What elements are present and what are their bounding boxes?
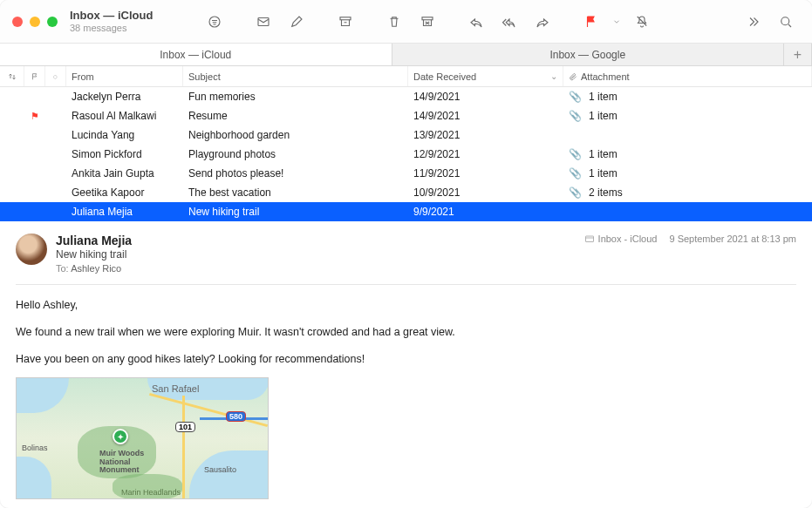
- window-title: Inbox — iCloud: [70, 10, 183, 23]
- folder-icon: [584, 234, 595, 244]
- titlebar: Inbox — iCloud 38 messages: [0, 0, 812, 44]
- flag-menu-chevron-icon[interactable]: [611, 10, 623, 33]
- forward-button[interactable]: [529, 10, 556, 33]
- tab-inbox-google[interactable]: Inbox — Google: [392, 44, 785, 65]
- row-date: 9/9/2021: [408, 202, 563, 221]
- row-subject: Resume: [183, 106, 408, 125]
- paperclip-icon: 📎: [569, 91, 582, 103]
- svg-rect-3: [422, 17, 433, 19]
- map-label-marin: Marin Headlands: [121, 488, 181, 497]
- message-row[interactable]: Ankita Jain GuptaSend photos please!11/9…: [0, 164, 812, 183]
- row-from: Ankita Jain Gupta: [66, 164, 183, 183]
- row-subject: New hiking trail: [183, 202, 408, 221]
- row-attachment: 📎1 item: [563, 145, 812, 164]
- map-label-muir: Muir Woods National Monument: [99, 450, 160, 474]
- archive-button[interactable]: [331, 10, 359, 33]
- filter-button[interactable]: [201, 10, 229, 33]
- preview-meta: Inbox - iCloud 9 September 2021 at 8:13 …: [584, 234, 796, 274]
- zoom-window-button[interactable]: [47, 17, 58, 27]
- row-subject: The best vacation: [183, 183, 408, 202]
- svg-rect-5: [585, 236, 593, 242]
- divider: [16, 284, 796, 285]
- mute-button[interactable]: [628, 10, 656, 33]
- map-label-bolinas: Bolinas: [22, 444, 48, 452]
- reply-button[interactable]: [462, 10, 490, 33]
- message-row[interactable]: Geetika KapoorThe best vacation10/9/2021…: [0, 183, 812, 202]
- row-from: Juliana Mejia: [66, 202, 183, 221]
- row-attachment: [563, 202, 812, 221]
- sort-column[interactable]: [0, 66, 24, 86]
- paperclip-icon: [569, 72, 577, 81]
- flag-button[interactable]: [577, 10, 605, 33]
- toolbar: [201, 10, 739, 33]
- row-from: Rasoul Al Malkawi: [66, 106, 183, 125]
- avatar: [16, 234, 47, 265]
- preview-mailbox[interactable]: Inbox - iCloud: [584, 234, 658, 244]
- paperclip-icon: 📎: [569, 167, 582, 179]
- reply-all-button[interactable]: [495, 10, 523, 33]
- preview-datetime: 9 September 2021 at 8:13 pm: [669, 234, 796, 244]
- svg-rect-1: [258, 17, 269, 25]
- row-date: 12/9/2021: [408, 145, 563, 164]
- message-list: Jackelyn PerraFun memories14/9/2021📎1 it…: [0, 87, 812, 221]
- map-label-sanrafael: San Rafael: [152, 383, 199, 394]
- row-date: 11/9/2021: [408, 164, 563, 183]
- message-row[interactable]: ⚑Rasoul Al MalkawiResume14/9/2021📎1 item: [0, 106, 812, 125]
- chevron-down-icon: ⌄: [550, 71, 557, 81]
- map-attachment[interactable]: 101 580 San Rafael Bolinas Muir Woods Na…: [16, 377, 269, 499]
- tab-inbox-icloud[interactable]: Inbox — iCloud: [0, 44, 392, 65]
- svg-point-4: [781, 17, 789, 24]
- paperclip-icon: 📎: [569, 186, 582, 199]
- new-tab-button[interactable]: +: [784, 44, 812, 65]
- body-line: Have you been on any good hikes lately? …: [16, 351, 796, 368]
- title-block: Inbox — iCloud 38 messages: [70, 10, 183, 34]
- paperclip-icon: 📎: [569, 110, 582, 122]
- message-row[interactable]: Simon PickfordPlayground photos12/9/2021…: [0, 145, 812, 164]
- row-from: Jackelyn Perra: [66, 87, 183, 106]
- close-window-button[interactable]: [12, 17, 23, 27]
- subject-column[interactable]: Subject: [183, 66, 408, 86]
- row-attachment: 📎1 item: [563, 106, 812, 125]
- paperclip-icon: 📎: [569, 148, 582, 160]
- message-row[interactable]: Lucinda YangNeighborhood garden13/9/2021: [0, 125, 812, 145]
- row-date: 14/9/2021: [408, 87, 563, 106]
- svg-rect-2: [340, 17, 351, 19]
- hwy-shield-101: 101: [175, 422, 195, 432]
- window-subtitle: 38 messages: [70, 23, 183, 34]
- window-controls: [12, 17, 58, 27]
- row-attachment: 📎1 item: [563, 164, 812, 183]
- column-headers: ○ From Subject Date Received⌄ Attachment: [0, 66, 812, 87]
- preview-body: Hello Ashley, We found a new trail when …: [16, 297, 796, 367]
- overflow-button[interactable]: [739, 10, 767, 33]
- tab-label: Inbox — Google: [549, 49, 625, 61]
- row-date: 10/9/2021: [408, 183, 563, 202]
- preview-to: To: Ashley Rico: [56, 263, 584, 274]
- tab-label: Inbox — iCloud: [160, 49, 231, 61]
- delete-button[interactable]: [380, 10, 408, 33]
- message-row[interactable]: Jackelyn PerraFun memories14/9/2021📎1 it…: [0, 87, 812, 106]
- read-column[interactable]: ○: [45, 66, 66, 86]
- compose-button[interactable]: [283, 10, 310, 33]
- preview-subject: New hiking trail: [56, 248, 584, 261]
- row-attachment: [563, 125, 812, 145]
- flag-column[interactable]: [24, 66, 45, 86]
- attachment-column[interactable]: Attachment: [563, 66, 812, 86]
- row-subject: Send photos please!: [183, 164, 408, 183]
- preview-pane: Juliana Mejia New hiking trail To: Ashle…: [0, 221, 812, 499]
- minimize-window-button[interactable]: [30, 17, 40, 27]
- date-column[interactable]: Date Received⌄: [408, 66, 563, 86]
- row-subject: Fun memories: [183, 87, 408, 106]
- toolbar-right: [739, 10, 800, 33]
- new-message-button[interactable]: [249, 10, 277, 33]
- message-row[interactable]: Juliana MejiaNew hiking trail9/9/2021: [0, 202, 812, 221]
- flag-icon: ⚑: [31, 111, 39, 122]
- body-line: Hello Ashley,: [16, 297, 796, 314]
- search-button[interactable]: [772, 10, 800, 33]
- junk-button[interactable]: [413, 10, 441, 33]
- preview-sender: Juliana Mejia: [56, 234, 584, 247]
- row-attachment: 📎2 items: [563, 183, 812, 202]
- from-column[interactable]: From: [66, 66, 183, 86]
- svg-point-0: [209, 17, 220, 27]
- row-date: 14/9/2021: [408, 106, 563, 125]
- preview-recipient: Ashley Rico: [71, 263, 121, 274]
